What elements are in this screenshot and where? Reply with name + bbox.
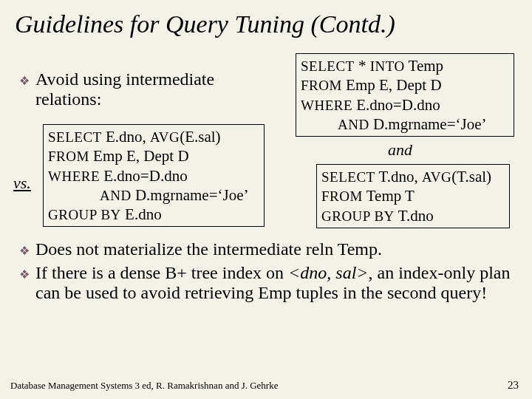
sql-line: FROM Temp T [321,186,505,205]
footer-credit: Database Management Systems 3 ed, R. Ram… [10,380,278,392]
sql-box-left: SELECT E.dno, AVG(E.sal) FROM Emp E, Dep… [43,124,265,227]
page-title: Guidelines for Query Tuning (Contd.) [15,10,517,38]
index-columns: <dno, sal> [288,263,368,282]
sql-line: AND D.mgrname=‘Joe’ [301,115,509,134]
bullet-3-text: If there is a dense B+ tree index on <dn… [35,263,514,303]
sql-line: AND D.mgrname=‘Joe’ [48,185,259,205]
bullet-1-text: Avoid using intermediate relations: [35,69,270,109]
diamond-icon: ❖ [19,244,30,258]
slide: Guidelines for Query Tuning (Contd.) ❖ A… [0,0,532,399]
sql-line: FROM Emp E, Dept D [301,75,509,95]
sql-box-top-right: SELECT * INTO Temp FROM Emp E, Dept D WH… [296,53,514,137]
sql-line: SELECT T.dno, AVG(T.sal) [321,167,505,186]
sql-line: SELECT * INTO Temp [301,56,509,75]
bullet-1: ❖ Avoid using intermediate relations: [19,69,270,109]
diamond-icon: ❖ [19,267,30,282]
page-number: 23 [508,379,519,392]
bullet-2-text: Does not materialize the intermediate re… [35,239,507,259]
sql-line: WHERE E.dno=D.dno [48,166,259,185]
vs-label: vs. [13,174,31,193]
sql-line: FROM Emp E, Dept D [48,146,259,166]
sql-box-bottom-right: SELECT T.dno, AVG(T.sal) FROM Temp T GRO… [316,164,510,228]
bullet-3: ❖ If there is a dense B+ tree index on <… [19,263,514,303]
sql-line: WHERE E.dno=D.dno [301,95,509,115]
sql-line: GROUP BY T.dno [321,206,505,225]
sql-line: GROUP BY E.dno [48,205,259,224]
bullet-2: ❖ Does not materialize the intermediate … [19,239,507,259]
sql-line: SELECT E.dno, AVG(E.sal) [48,127,259,146]
and-label: and [388,140,412,160]
diamond-icon: ❖ [19,74,30,88]
